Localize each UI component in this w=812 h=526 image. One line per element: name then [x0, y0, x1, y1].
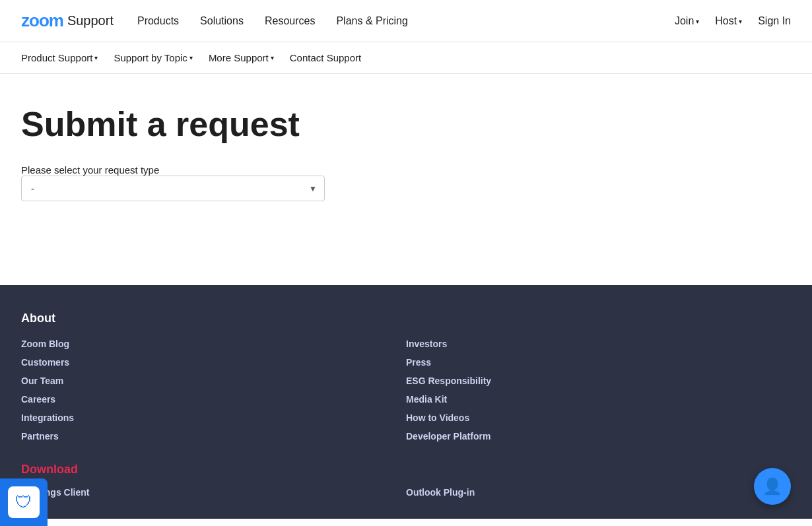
footer-how-to-videos[interactable]: How to Videos [406, 412, 791, 423]
support-label: Support [67, 13, 114, 28]
footer-outlook-plugin[interactable]: Outlook Plug-in [406, 487, 791, 498]
footer-careers[interactable]: Careers [21, 394, 406, 405]
nav-resources[interactable]: Resources [265, 15, 315, 27]
chevron-down-icon: ▾ [739, 18, 742, 25]
security-badge-inner: 🛡 [8, 486, 40, 518]
page-title: Submit a request [21, 106, 791, 143]
nav-host[interactable]: Host▾ [715, 15, 742, 27]
footer-download-columns: Meetings Client Outlook Plug-in [21, 487, 791, 498]
footer-zoom-blog[interactable]: Zoom Blog [21, 339, 406, 349]
footer-developer-platform[interactable]: Developer Platform [406, 431, 791, 442]
subnav-more-support[interactable]: More Support▾ [209, 42, 285, 73]
subnav-contact-support[interactable]: Contact Support [290, 42, 372, 73]
footer-meetings-client[interactable]: Meetings Client [21, 487, 406, 498]
footer-col-left: Zoom Blog Customers Our Team Careers Int… [21, 339, 406, 442]
subnav-support-by-topic[interactable]: Support by Topic▾ [114, 42, 203, 73]
main-content: Submit a request Please select your requ… [0, 74, 812, 285]
zoom-logo: zoom [21, 11, 63, 31]
footer-download-left: Meetings Client [21, 487, 406, 498]
chevron-down-icon: ▾ [271, 54, 274, 61]
shield-icon: 🛡 [15, 492, 32, 513]
top-nav-links: Products Solutions Resources Plans & Pri… [137, 15, 675, 27]
chevron-down-icon: ▾ [189, 54, 193, 61]
nav-join[interactable]: Join▾ [675, 15, 699, 27]
footer-media-kit[interactable]: Media Kit [406, 394, 791, 405]
footer-about-heading: About [21, 312, 791, 325]
chat-fab[interactable]: 👤 [754, 468, 791, 505]
chat-icon: 👤 [762, 477, 782, 496]
nav-plans-pricing[interactable]: Plans & Pricing [336, 15, 408, 27]
footer: About Zoom Blog Customers Our Team Caree… [0, 285, 812, 519]
footer-col-right: Investors Press ESG Responsibility Media… [406, 339, 791, 442]
request-type-select-wrap: - Billing Technical Support Account & Se… [21, 176, 325, 201]
nav-products[interactable]: Products [137, 15, 179, 27]
footer-columns: Zoom Blog Customers Our Team Careers Int… [21, 339, 791, 442]
chevron-down-icon: ▾ [94, 54, 98, 61]
logo-link[interactable]: zoom Support [21, 11, 114, 31]
footer-download-label: D [21, 463, 30, 476]
nav-sign-in[interactable]: Sign In [758, 15, 791, 27]
chevron-down-icon: ▾ [696, 18, 699, 25]
request-type-label: Please select your request type [21, 164, 159, 176]
footer-investors[interactable]: Investors [406, 339, 791, 349]
sub-navigation: Product Support▾ Support by Topic▾ More … [0, 42, 812, 74]
footer-press[interactable]: Press [406, 357, 791, 368]
footer-our-team[interactable]: Our Team [21, 376, 406, 386]
footer-download-heading: Download [21, 463, 791, 477]
subnav-product-support[interactable]: Product Support▾ [21, 42, 108, 73]
footer-esg[interactable]: ESG Responsibility [406, 376, 791, 386]
security-badge[interactable]: 🛡 [0, 478, 48, 519]
nav-solutions[interactable]: Solutions [200, 15, 244, 27]
footer-integrations[interactable]: Integrations [21, 412, 406, 423]
footer-partners[interactable]: Partners [21, 431, 406, 442]
top-navigation: zoom Support Products Solutions Resource… [0, 0, 812, 42]
request-type-select[interactable]: - Billing Technical Support Account & Se… [21, 176, 325, 201]
footer-download-right: Outlook Plug-in [406, 487, 791, 498]
footer-customers[interactable]: Customers [21, 357, 406, 368]
top-nav-right: Join▾ Host▾ Sign In [675, 15, 791, 27]
